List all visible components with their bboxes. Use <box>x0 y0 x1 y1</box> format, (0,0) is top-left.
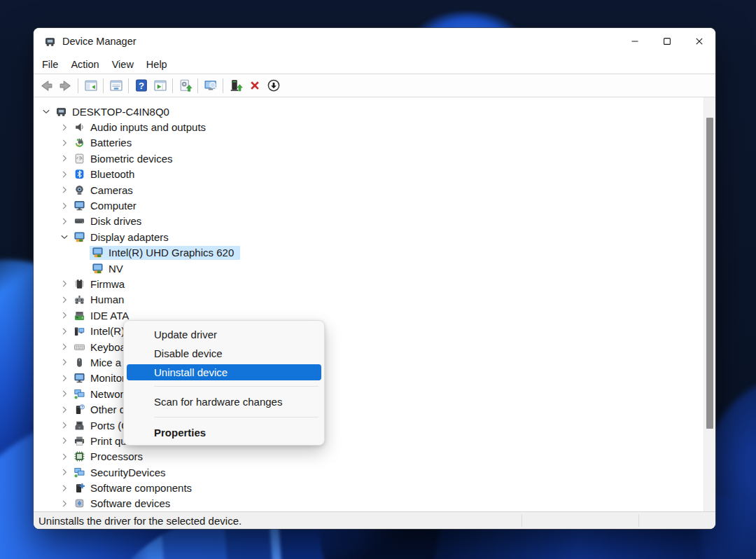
context-menu-item-disable-device[interactable]: Disable device <box>127 344 321 363</box>
tree-item-body: Audio inputs and outputs <box>71 120 212 134</box>
toolbar-separator <box>172 78 173 93</box>
display-adapter-icon <box>73 230 85 243</box>
keyboard-icon <box>73 340 85 353</box>
chevron-right-icon[interactable] <box>59 420 70 431</box>
chevron-right-icon[interactable] <box>59 200 70 212</box>
menu-help[interactable]: Help <box>140 57 174 72</box>
titlebar[interactable]: Device Manager <box>34 28 715 55</box>
disable-device-button[interactable] <box>264 76 283 95</box>
chevron-right-icon[interactable] <box>59 451 70 462</box>
properties-icon <box>106 76 125 95</box>
chevron-right-icon[interactable] <box>59 122 70 133</box>
context-menu-item-properties[interactable]: Properties <box>127 423 321 442</box>
chevron-right-icon[interactable] <box>59 169 70 180</box>
help-button[interactable]: ? <box>132 76 150 95</box>
tree-item-label: NV <box>108 263 123 275</box>
tree-item-body: Display adapters <box>71 230 175 244</box>
chevron-right-icon[interactable] <box>59 326 70 337</box>
scan-hardware-changes-button[interactable] <box>201 76 220 95</box>
tree-item-body: Batteries <box>71 136 138 150</box>
tree-item-disk-drives[interactable]: Disk drives <box>34 214 704 229</box>
update-driver-icon <box>176 76 195 95</box>
down-arrow-circle-icon <box>264 76 283 95</box>
tree-item-label: SecurityDevices <box>90 467 166 478</box>
menu-view[interactable]: View <box>106 57 140 72</box>
maximize-button[interactable] <box>651 28 683 55</box>
scrollbar-thumb[interactable] <box>706 118 713 429</box>
action-pane-button[interactable] <box>150 76 169 95</box>
tree-item-bluetooth[interactable]: Bluetooth <box>34 167 704 182</box>
tree-item-body: Processors <box>71 450 149 464</box>
menu-file[interactable]: File <box>36 57 64 72</box>
tower-monitor-icon <box>73 325 85 338</box>
uninstall-device-button[interactable] <box>245 76 264 95</box>
software-component-icon <box>73 482 85 495</box>
vertical-scrollbar[interactable] <box>704 97 715 511</box>
add-drivers-button[interactable] <box>226 76 245 95</box>
chevron-right-icon[interactable] <box>59 137 70 149</box>
tree-selection-highlight: Intel(R) UHD Graphics 620 <box>90 246 240 260</box>
fingerprint-icon <box>73 152 85 165</box>
tree-item-cameras[interactable]: Cameras <box>34 182 704 198</box>
tree-item-batteries[interactable]: Batteries <box>34 135 704 151</box>
context-menu-item-update-driver[interactable]: Update driver <box>127 325 321 344</box>
gamepad-icon <box>73 294 85 306</box>
tree-item-biometric-devices[interactable]: Biometric devices <box>34 151 704 166</box>
chevron-right-icon[interactable] <box>59 294 70 305</box>
chevron-right-icon[interactable] <box>59 216 70 227</box>
chevron-right-icon[interactable] <box>59 184 70 195</box>
context-menu-item-scan-for-hardware-changes[interactable]: Scan for hardware changes <box>127 392 321 411</box>
close-button[interactable] <box>683 28 715 55</box>
minimize-button[interactable] <box>619 28 651 55</box>
chevron-right-icon[interactable] <box>59 404 70 415</box>
chevron-right-icon[interactable] <box>59 435 70 446</box>
tree-item-software-devices[interactable]: Software devices <box>34 496 704 511</box>
back-button[interactable] <box>37 76 56 95</box>
printer-icon <box>73 434 85 447</box>
tree-item-desktop-c4in8q0[interactable]: DESKTOP-C4IN8Q0 <box>34 104 704 119</box>
chevron-right-icon[interactable] <box>59 278 70 289</box>
tree-item-body: DESKTOP-C4IN8Q0 <box>53 104 176 118</box>
tree-item-intel-r-uhd-graphics-620[interactable]: Intel(R) UHD Graphics 620 <box>34 245 704 261</box>
properties-button[interactable] <box>106 76 125 95</box>
disk-icon <box>73 215 85 228</box>
menu-action[interactable]: Action <box>64 57 105 72</box>
statusbar: Uninstalls the driver for the selected d… <box>34 511 715 529</box>
tree-item-software-components[interactable]: Software components <box>34 480 704 495</box>
display-adapter-icon <box>91 262 104 275</box>
chevron-right-icon[interactable] <box>59 483 70 494</box>
context-menu-item-uninstall-device[interactable]: Uninstall device <box>127 364 321 380</box>
forward-button[interactable] <box>56 76 75 95</box>
chevron-right-icon[interactable] <box>59 341 70 352</box>
statusbar-divider <box>522 514 522 527</box>
tree-item-firmwa[interactable]: Firmwa <box>34 276 704 291</box>
speaker-icon <box>73 121 85 134</box>
tree-item-computer[interactable]: Computer <box>34 198 704 213</box>
arrow-right-icon <box>56 76 75 95</box>
tree-item-body: NV <box>90 261 130 275</box>
software-device-icon <box>73 497 85 510</box>
show-console-tree-button[interactable] <box>81 76 100 95</box>
tree-item-body: Biometric devices <box>71 151 179 165</box>
chevron-right-icon[interactable] <box>59 357 70 368</box>
tree-item-label: Firmwa <box>90 278 125 290</box>
tree-item-nv[interactable]: NV <box>34 261 704 276</box>
chevron-right-icon[interactable] <box>59 153 70 164</box>
chevron-right-icon[interactable] <box>59 467 70 478</box>
update-driver-button[interactable] <box>176 76 195 95</box>
tree-item-display-adapters[interactable]: Display adapters <box>34 229 704 244</box>
tree-item-human[interactable]: Human <box>34 292 704 308</box>
tree-item-securitydevices[interactable]: SecurityDevices <box>34 464 704 480</box>
tree-item-processors[interactable]: Processors <box>34 449 704 464</box>
chevron-right-icon[interactable] <box>59 310 70 321</box>
chevron-down-icon[interactable] <box>41 106 52 117</box>
chevron-right-icon[interactable] <box>59 373 70 384</box>
chevron-right-icon[interactable] <box>59 388 70 399</box>
tree-item-label: Display adapters <box>90 231 169 243</box>
mouse-icon <box>73 356 85 368</box>
chevron-right-icon[interactable] <box>59 498 70 509</box>
chevron-down-icon[interactable] <box>59 231 70 242</box>
tree-item-audio-inputs-and-outputs[interactable]: Audio inputs and outputs <box>34 119 704 134</box>
unknown-device-icon: ? <box>73 403 85 416</box>
processor-icon <box>73 450 85 463</box>
